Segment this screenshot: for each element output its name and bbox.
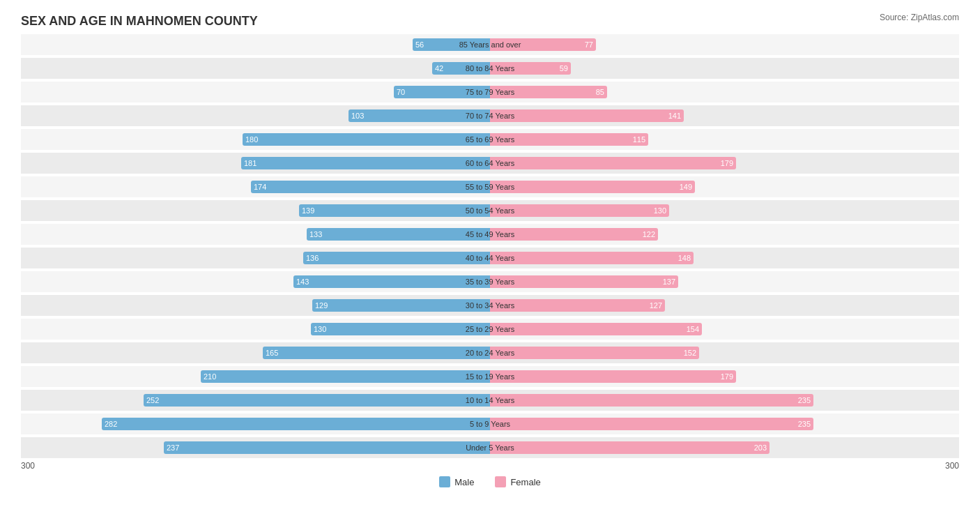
male-bar: 42 (432, 62, 490, 75)
table-row: 56 85 Years and over 77 (21, 34, 959, 55)
table-row: 136 40 to 44 Years 148 (21, 248, 959, 268)
female-bar: 115 (490, 133, 648, 146)
male-bar: 143 (293, 275, 490, 288)
female-value: 149 (680, 183, 692, 191)
female-value: 115 (633, 135, 645, 144)
male-bar: 130 (311, 323, 490, 335)
male-bar: 174 (251, 181, 490, 193)
left-section: 143 (21, 271, 490, 292)
left-section: 210 (21, 366, 490, 387)
female-bar: 179 (490, 157, 736, 169)
female-bar: 122 (490, 228, 658, 241)
female-bar: 127 (490, 299, 665, 312)
female-bar: 179 (490, 370, 736, 383)
male-value: 103 (351, 112, 364, 120)
chart-container: SEX AND AGE IN MAHNOMEN COUNTY Source: Z… (0, 0, 980, 516)
female-bar: 235 (490, 418, 813, 430)
male-value: 181 (244, 159, 257, 167)
female-value: 137 (663, 278, 675, 286)
female-value: 141 (668, 112, 681, 120)
left-section: 139 (21, 200, 490, 221)
male-bar: 252 (144, 394, 490, 407)
table-row: 42 80 to 84 Years 59 (21, 58, 959, 79)
male-label: Male (454, 477, 474, 487)
table-row: 181 60 to 64 Years 179 (21, 153, 959, 174)
table-row: 237 Under 5 Years 203 (21, 437, 959, 458)
right-section: 141 (490, 105, 959, 126)
female-bar: 141 (490, 109, 684, 122)
male-bar: 181 (241, 157, 490, 169)
male-bar: 165 (263, 347, 490, 359)
male-bar: 70 (394, 86, 490, 98)
table-row: 180 65 to 69 Years 115 (21, 129, 959, 150)
female-value: 154 (687, 325, 699, 333)
table-row: 70 75 to 79 Years 85 (21, 82, 959, 103)
male-bar: 56 (413, 38, 490, 51)
male-bar: 136 (303, 252, 490, 264)
female-value: 77 (585, 40, 593, 49)
male-value: 42 (435, 64, 443, 73)
male-value: 130 (314, 325, 326, 333)
source-text: Source: ZipAtlas.com (880, 13, 959, 22)
chart-area: 56 85 Years and over 77 42 80 to 84 Year… (21, 34, 959, 458)
right-section: 154 (490, 319, 959, 340)
table-row: 130 25 to 29 Years 154 (21, 319, 959, 340)
table-row: 165 20 to 24 Years 152 (21, 342, 959, 363)
right-section: 235 (490, 390, 959, 411)
female-value: 152 (684, 349, 696, 357)
left-section: 282 (21, 413, 490, 434)
male-bar: 133 (307, 228, 490, 241)
male-value: 282 (105, 420, 117, 428)
legend-male: Male (439, 476, 474, 487)
female-bar: 149 (490, 181, 695, 193)
right-section: 127 (490, 295, 959, 316)
left-section: 174 (21, 176, 490, 197)
table-row: 210 15 to 19 Years 179 (21, 366, 959, 387)
male-bar: 210 (201, 370, 490, 383)
female-bar: 148 (490, 252, 694, 264)
left-section: 70 (21, 82, 490, 103)
left-section: 129 (21, 295, 490, 316)
male-value: 133 (309, 230, 322, 238)
right-section: 122 (490, 224, 959, 245)
female-value: 130 (654, 206, 666, 215)
table-row: 282 5 to 9 Years 235 (21, 413, 959, 434)
female-value: 235 (798, 396, 811, 404)
female-value: 127 (650, 301, 662, 310)
left-section: 136 (21, 248, 490, 268)
male-value: 174 (254, 183, 266, 191)
male-value: 139 (302, 206, 314, 215)
female-value: 235 (798, 420, 811, 428)
male-value: 56 (415, 40, 424, 49)
female-bar: 203 (490, 441, 770, 454)
female-value: 122 (643, 230, 655, 238)
female-value: 148 (678, 254, 691, 262)
female-value: 179 (721, 372, 733, 381)
left-section: 103 (21, 105, 490, 126)
table-row: 103 70 to 74 Years 141 (21, 105, 959, 126)
right-section: 59 (490, 58, 959, 79)
female-value: 179 (721, 159, 733, 167)
female-label: Female (510, 477, 540, 487)
right-section: 77 (490, 34, 959, 55)
female-bar: 77 (490, 38, 596, 51)
female-bar: 130 (490, 204, 669, 217)
female-bar: 235 (490, 394, 813, 407)
left-section: 165 (21, 342, 490, 363)
female-bar: 152 (490, 347, 699, 359)
right-section: 130 (490, 200, 959, 221)
legend-female: Female (495, 476, 540, 487)
male-bar: 103 (349, 109, 490, 122)
male-value: 252 (146, 396, 159, 404)
female-value: 203 (754, 443, 767, 452)
left-section: 237 (21, 437, 490, 458)
male-value: 237 (167, 443, 179, 452)
female-swatch (495, 476, 506, 487)
male-value: 70 (397, 88, 405, 96)
table-row: 139 50 to 54 Years 130 (21, 200, 959, 221)
male-value: 143 (296, 278, 309, 286)
male-value: 136 (306, 254, 319, 262)
female-value: 85 (596, 88, 604, 96)
left-section: 252 (21, 390, 490, 411)
male-value: 210 (204, 372, 216, 381)
